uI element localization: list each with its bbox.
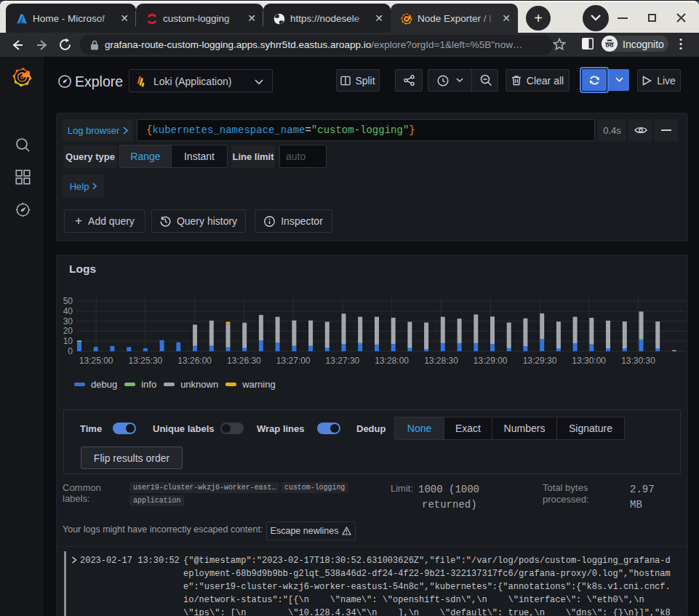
svg-text:13:29:30: 13:29:30: [523, 356, 557, 366]
svg-text:13:26:00: 13:26:00: [177, 356, 212, 366]
svg-text:13:30:00: 13:30:00: [572, 356, 606, 366]
svg-text:0: 0: [68, 346, 73, 356]
svg-text:13:28:00: 13:28:00: [375, 356, 409, 366]
svg-text:13:25:30: 13:25:30: [129, 356, 163, 366]
svg-text:40: 40: [63, 306, 73, 316]
svg-text:13:26:30: 13:26:30: [227, 356, 261, 366]
svg-text:13:30:30: 13:30:30: [621, 356, 655, 366]
svg-text:13:28:30: 13:28:30: [424, 356, 458, 366]
svg-text:50: 50: [63, 296, 73, 306]
svg-text:13:25:00: 13:25:00: [79, 356, 113, 366]
svg-text:13:27:30: 13:27:30: [326, 356, 360, 366]
svg-text:10: 10: [63, 336, 73, 346]
svg-text:13:27:00: 13:27:00: [276, 356, 311, 366]
svg-text:20: 20: [63, 326, 73, 336]
svg-text:30: 30: [63, 316, 73, 327]
svg-text:13:29:00: 13:29:00: [474, 356, 508, 366]
